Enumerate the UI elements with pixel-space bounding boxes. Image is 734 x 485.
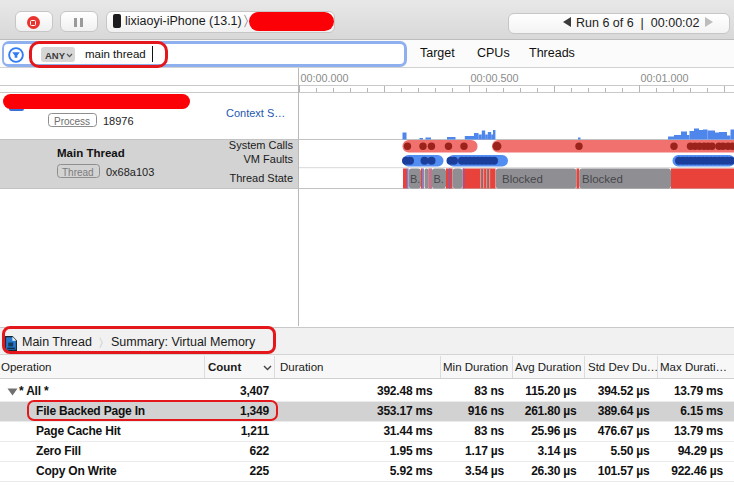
svg-text:B.: B. <box>434 173 444 185</box>
svg-text:B.: B. <box>410 173 420 185</box>
svg-text:Blocked: Blocked <box>582 173 623 185</box>
svg-text:Blocked: Blocked <box>502 173 543 185</box>
